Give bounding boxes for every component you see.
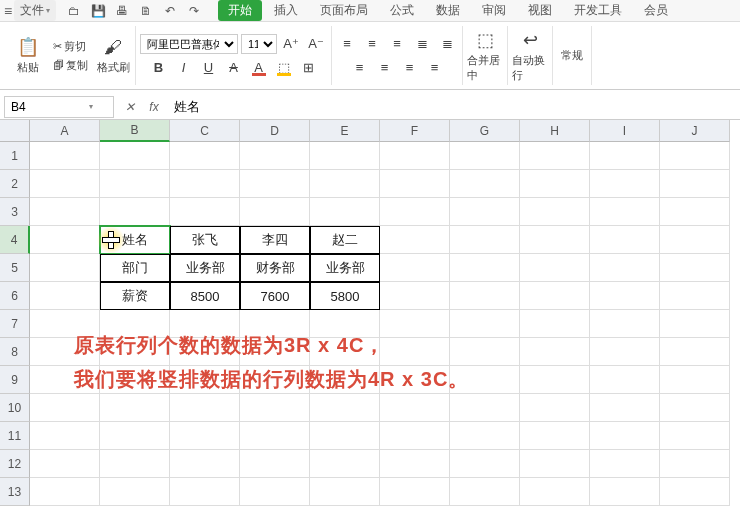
cell-C12[interactable]	[170, 450, 240, 478]
cell-B10[interactable]	[100, 394, 170, 422]
bold-button[interactable]: B	[148, 57, 170, 79]
row-header-12[interactable]: 12	[0, 450, 30, 478]
cell-F6[interactable]	[380, 282, 450, 310]
font-name-select[interactable]: 阿里巴巴普惠体	[140, 34, 238, 54]
cell-E4[interactable]: 赵二	[310, 226, 380, 254]
name-box[interactable]: ▾	[4, 96, 114, 118]
cell-C3[interactable]	[170, 198, 240, 226]
cell-G4[interactable]	[450, 226, 520, 254]
col-header-B[interactable]: B	[100, 120, 170, 142]
cell-H6[interactable]	[520, 282, 590, 310]
tab-layout[interactable]: 页面布局	[310, 0, 378, 21]
col-header-E[interactable]: E	[310, 120, 380, 142]
tab-formula[interactable]: 公式	[380, 0, 424, 21]
cell-J6[interactable]	[660, 282, 730, 310]
col-header-A[interactable]: A	[30, 120, 100, 142]
cell-J4[interactable]	[660, 226, 730, 254]
cell-A5[interactable]	[30, 254, 100, 282]
cell-J11[interactable]	[660, 422, 730, 450]
cell-J12[interactable]	[660, 450, 730, 478]
cell-B1[interactable]	[100, 142, 170, 170]
undo-icon[interactable]: ↶	[160, 2, 180, 20]
row-header-10[interactable]: 10	[0, 394, 30, 422]
align-right-icon[interactable]: ≡	[399, 57, 421, 79]
redo-icon[interactable]: ↷	[184, 2, 204, 20]
cell-H11[interactable]	[520, 422, 590, 450]
cell-I2[interactable]	[590, 170, 660, 198]
wrap-button[interactable]: ↩自动换行	[512, 28, 548, 84]
cell-J13[interactable]	[660, 478, 730, 506]
cell-I4[interactable]	[590, 226, 660, 254]
col-header-I[interactable]: I	[590, 120, 660, 142]
cell-C13[interactable]	[170, 478, 240, 506]
cell-I7[interactable]	[590, 310, 660, 338]
row-header-13[interactable]: 13	[0, 478, 30, 506]
row-header-6[interactable]: 6	[0, 282, 30, 310]
cell-F5[interactable]	[380, 254, 450, 282]
row-header-11[interactable]: 11	[0, 422, 30, 450]
cell-D12[interactable]	[240, 450, 310, 478]
cell-H7[interactable]	[520, 310, 590, 338]
cell-A13[interactable]	[30, 478, 100, 506]
cell-E11[interactable]	[310, 422, 380, 450]
paste-button[interactable]: 📋粘贴	[10, 28, 46, 84]
cell-F10[interactable]	[380, 394, 450, 422]
font-color-button[interactable]: A	[248, 57, 270, 79]
align-bot-icon[interactable]: ≡	[386, 33, 408, 55]
row-header-3[interactable]: 3	[0, 198, 30, 226]
row-header-5[interactable]: 5	[0, 254, 30, 282]
tab-view[interactable]: 视图	[518, 0, 562, 21]
font-size-select[interactable]: 11	[241, 34, 277, 54]
cell-I8[interactable]	[590, 338, 660, 366]
underline-button[interactable]: U	[198, 57, 220, 79]
select-all-corner[interactable]	[0, 120, 30, 142]
row-header-1[interactable]: 1	[0, 142, 30, 170]
cell-G12[interactable]	[450, 450, 520, 478]
cell-J8[interactable]	[660, 338, 730, 366]
cell-C10[interactable]	[170, 394, 240, 422]
tab-review[interactable]: 审阅	[472, 0, 516, 21]
cell-I10[interactable]	[590, 394, 660, 422]
italic-button[interactable]: I	[173, 57, 195, 79]
print-icon[interactable]: 🖶	[112, 2, 132, 20]
preview-icon[interactable]: 🗎	[136, 2, 156, 20]
cell-D2[interactable]	[240, 170, 310, 198]
col-header-G[interactable]: G	[450, 120, 520, 142]
cell-B4[interactable]: 姓名	[100, 226, 170, 254]
cell-C5[interactable]: 业务部	[170, 254, 240, 282]
cell-G7[interactable]	[450, 310, 520, 338]
cell-A10[interactable]	[30, 394, 100, 422]
cell-G11[interactable]	[450, 422, 520, 450]
cell-F13[interactable]	[380, 478, 450, 506]
cell-F2[interactable]	[380, 170, 450, 198]
row-header-7[interactable]: 7	[0, 310, 30, 338]
cell-H5[interactable]	[520, 254, 590, 282]
align-mid-icon[interactable]: ≡	[361, 33, 383, 55]
cell-B13[interactable]	[100, 478, 170, 506]
cell-G6[interactable]	[450, 282, 520, 310]
app-menu-icon[interactable]: ≡	[4, 3, 12, 19]
cell-H2[interactable]	[520, 170, 590, 198]
file-menu[interactable]: 文件 ▾	[14, 0, 56, 21]
cell-H13[interactable]	[520, 478, 590, 506]
cell-E10[interactable]	[310, 394, 380, 422]
cell-J3[interactable]	[660, 198, 730, 226]
cell-D3[interactable]	[240, 198, 310, 226]
cell-G1[interactable]	[450, 142, 520, 170]
cell-I13[interactable]	[590, 478, 660, 506]
cell-H10[interactable]	[520, 394, 590, 422]
cell-H3[interactable]	[520, 198, 590, 226]
cell-D11[interactable]	[240, 422, 310, 450]
cell-A4[interactable]	[30, 226, 100, 254]
cell-A3[interactable]	[30, 198, 100, 226]
tab-dev[interactable]: 开发工具	[564, 0, 632, 21]
row-header-8[interactable]: 8	[0, 338, 30, 366]
row-header-9[interactable]: 9	[0, 366, 30, 394]
name-box-input[interactable]	[5, 100, 85, 114]
cell-I9[interactable]	[590, 366, 660, 394]
cell-H8[interactable]	[520, 338, 590, 366]
cell-E6[interactable]: 5800	[310, 282, 380, 310]
cell-D5[interactable]: 财务部	[240, 254, 310, 282]
cell-J1[interactable]	[660, 142, 730, 170]
cell-I12[interactable]	[590, 450, 660, 478]
